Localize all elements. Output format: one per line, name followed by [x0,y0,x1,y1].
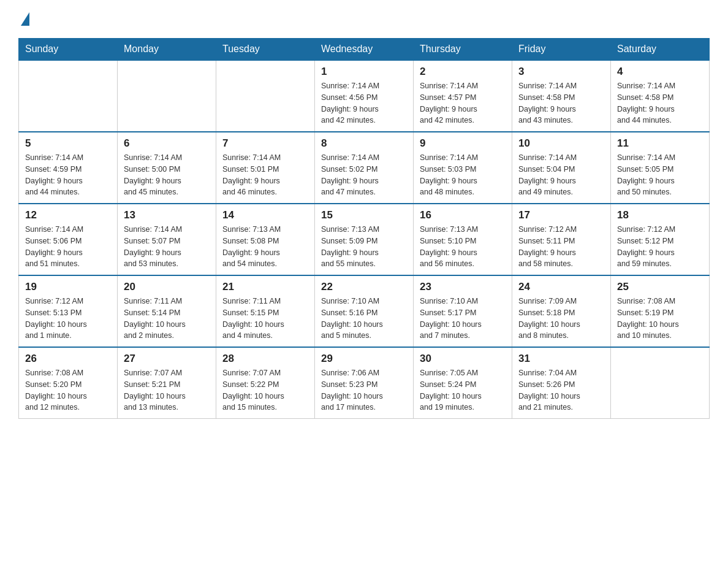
day-number: 3 [518,66,604,78]
calendar-header-wednesday: Wednesday [315,39,414,61]
week-row-1: 1Sunrise: 7:14 AMSunset: 4:56 PMDaylight… [19,60,710,132]
day-number: 21 [222,281,308,293]
logo-triangle-icon [21,12,29,26]
calendar-header-row: SundayMondayTuesdayWednesdayThursdayFrid… [19,39,710,61]
week-row-3: 12Sunrise: 7:14 AMSunset: 5:06 PMDayligh… [19,204,710,275]
day-number: 29 [321,353,407,365]
day-number: 2 [420,66,506,78]
day-info: Sunrise: 7:14 AMSunset: 5:02 PMDaylight:… [321,152,407,198]
day-info: Sunrise: 7:05 AMSunset: 5:24 PMDaylight:… [420,367,506,413]
day-number: 10 [518,137,604,150]
calendar-cell: 11Sunrise: 7:14 AMSunset: 5:05 PMDayligh… [611,132,710,204]
calendar-cell: 3Sunrise: 7:14 AMSunset: 4:58 PMDaylight… [512,60,611,132]
calendar-cell: 12Sunrise: 7:14 AMSunset: 5:06 PMDayligh… [19,204,118,275]
day-number: 15 [321,209,407,221]
day-info: Sunrise: 7:11 AMSunset: 5:15 PMDaylight:… [222,296,308,342]
calendar-cell: 5Sunrise: 7:14 AMSunset: 4:59 PMDaylight… [19,132,118,204]
day-info: Sunrise: 7:12 AMSunset: 5:13 PMDaylight:… [25,296,111,342]
day-info: Sunrise: 7:14 AMSunset: 5:00 PMDaylight:… [124,152,210,198]
calendar-cell: 6Sunrise: 7:14 AMSunset: 5:00 PMDaylight… [118,132,216,204]
day-info: Sunrise: 7:14 AMSunset: 4:58 PMDaylight:… [617,80,703,126]
day-info: Sunrise: 7:07 AMSunset: 5:21 PMDaylight:… [124,367,210,413]
day-info: Sunrise: 7:14 AMSunset: 5:07 PMDaylight:… [124,224,210,270]
calendar-cell: 2Sunrise: 7:14 AMSunset: 4:57 PMDaylight… [414,60,512,132]
day-number: 30 [420,353,506,365]
calendar-header-tuesday: Tuesday [216,39,315,61]
calendar-cell: 27Sunrise: 7:07 AMSunset: 5:21 PMDayligh… [118,347,216,419]
calendar-cell: 14Sunrise: 7:13 AMSunset: 5:08 PMDayligh… [216,204,315,275]
day-info: Sunrise: 7:10 AMSunset: 5:17 PMDaylight:… [420,296,506,342]
day-info: Sunrise: 7:09 AMSunset: 5:18 PMDaylight:… [518,296,604,342]
day-number: 26 [25,353,111,365]
day-number: 1 [321,66,407,78]
day-number: 18 [617,209,703,221]
day-number: 8 [321,137,407,150]
calendar-cell: 17Sunrise: 7:12 AMSunset: 5:11 PMDayligh… [512,204,611,275]
day-info: Sunrise: 7:14 AMSunset: 5:04 PMDaylight:… [518,152,604,198]
day-number: 7 [222,137,308,150]
calendar-cell [216,60,315,132]
calendar-cell: 20Sunrise: 7:11 AMSunset: 5:14 PMDayligh… [118,275,216,347]
day-info: Sunrise: 7:14 AMSunset: 4:57 PMDaylight:… [420,80,506,126]
calendar-cell: 7Sunrise: 7:14 AMSunset: 5:01 PMDaylight… [216,132,315,204]
calendar-cell: 18Sunrise: 7:12 AMSunset: 5:12 PMDayligh… [611,204,710,275]
day-number: 27 [124,353,210,365]
calendar-cell: 19Sunrise: 7:12 AMSunset: 5:13 PMDayligh… [19,275,118,347]
day-number: 6 [124,137,210,150]
calendar-cell: 23Sunrise: 7:10 AMSunset: 5:17 PMDayligh… [414,275,512,347]
calendar-cell: 1Sunrise: 7:14 AMSunset: 4:56 PMDaylight… [315,60,414,132]
day-info: Sunrise: 7:04 AMSunset: 5:26 PMDaylight:… [518,367,604,413]
day-number: 23 [420,281,506,293]
day-info: Sunrise: 7:14 AMSunset: 5:01 PMDaylight:… [222,152,308,198]
day-info: Sunrise: 7:14 AMSunset: 4:58 PMDaylight:… [518,80,604,126]
day-info: Sunrise: 7:14 AMSunset: 5:05 PMDaylight:… [617,152,703,198]
day-number: 28 [222,353,308,365]
week-row-2: 5Sunrise: 7:14 AMSunset: 4:59 PMDaylight… [19,132,710,204]
calendar-cell: 29Sunrise: 7:06 AMSunset: 5:23 PMDayligh… [315,347,414,419]
calendar-cell: 8Sunrise: 7:14 AMSunset: 5:02 PMDaylight… [315,132,414,204]
day-number: 19 [25,281,111,293]
calendar-cell: 30Sunrise: 7:05 AMSunset: 5:24 PMDayligh… [414,347,512,419]
calendar-cell: 28Sunrise: 7:07 AMSunset: 5:22 PMDayligh… [216,347,315,419]
day-number: 16 [420,209,506,221]
day-info: Sunrise: 7:11 AMSunset: 5:14 PMDaylight:… [124,296,210,342]
week-row-5: 26Sunrise: 7:08 AMSunset: 5:20 PMDayligh… [19,347,710,419]
calendar-cell [611,347,710,419]
day-number: 12 [25,209,111,221]
day-number: 11 [617,137,703,150]
calendar-table: SundayMondayTuesdayWednesdayThursdayFrid… [18,38,710,419]
week-row-4: 19Sunrise: 7:12 AMSunset: 5:13 PMDayligh… [19,275,710,347]
day-info: Sunrise: 7:14 AMSunset: 5:06 PMDaylight:… [25,224,111,270]
calendar-header-saturday: Saturday [611,39,710,61]
day-info: Sunrise: 7:06 AMSunset: 5:23 PMDaylight:… [321,367,407,413]
day-number: 5 [25,137,111,150]
day-info: Sunrise: 7:12 AMSunset: 5:12 PMDaylight:… [617,224,703,270]
calendar-cell: 15Sunrise: 7:13 AMSunset: 5:09 PMDayligh… [315,204,414,275]
calendar-header-thursday: Thursday [414,39,512,61]
page-header [18,12,710,26]
calendar-cell [19,60,118,132]
day-info: Sunrise: 7:13 AMSunset: 5:08 PMDaylight:… [222,224,308,270]
day-number: 24 [518,281,604,293]
day-number: 22 [321,281,407,293]
day-info: Sunrise: 7:07 AMSunset: 5:22 PMDaylight:… [222,367,308,413]
day-info: Sunrise: 7:10 AMSunset: 5:16 PMDaylight:… [321,296,407,342]
day-info: Sunrise: 7:12 AMSunset: 5:11 PMDaylight:… [518,224,604,270]
day-number: 4 [617,66,703,78]
calendar-header-monday: Monday [118,39,216,61]
day-info: Sunrise: 7:08 AMSunset: 5:20 PMDaylight:… [25,367,111,413]
day-number: 25 [617,281,703,293]
calendar-cell: 26Sunrise: 7:08 AMSunset: 5:20 PMDayligh… [19,347,118,419]
day-info: Sunrise: 7:13 AMSunset: 5:10 PMDaylight:… [420,224,506,270]
calendar-cell: 22Sunrise: 7:10 AMSunset: 5:16 PMDayligh… [315,275,414,347]
day-number: 17 [518,209,604,221]
day-info: Sunrise: 7:08 AMSunset: 5:19 PMDaylight:… [617,296,703,342]
logo [18,12,29,26]
day-number: 14 [222,209,308,221]
day-number: 13 [124,209,210,221]
day-info: Sunrise: 7:14 AMSunset: 5:03 PMDaylight:… [420,152,506,198]
calendar-cell: 31Sunrise: 7:04 AMSunset: 5:26 PMDayligh… [512,347,611,419]
day-info: Sunrise: 7:14 AMSunset: 4:59 PMDaylight:… [25,152,111,198]
calendar-cell: 4Sunrise: 7:14 AMSunset: 4:58 PMDaylight… [611,60,710,132]
day-info: Sunrise: 7:14 AMSunset: 4:56 PMDaylight:… [321,80,407,126]
